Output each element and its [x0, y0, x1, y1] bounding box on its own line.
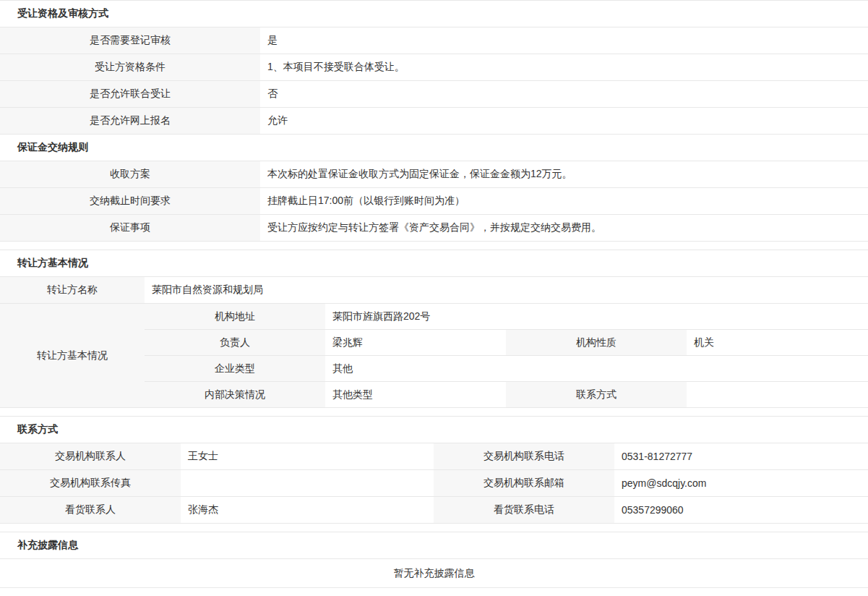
section-title-deposit-rules: 保证金交纳规则	[0, 135, 868, 161]
table-row: 看货联系人 张海杰 看货联系电话 05357299060	[0, 497, 868, 524]
inspection-contact-person-label: 看货联系人	[0, 497, 181, 524]
org-nature-label: 机构性质	[506, 330, 687, 356]
table-row: 交易机构联系人 王女士 交易机构联系电话 0531-81272777	[0, 443, 868, 470]
section-divider	[0, 408, 868, 416]
payment-deadline-value: 挂牌截止日17:00前（以银行到账时间为准）	[260, 188, 868, 215]
enterprise-type-value: 其他	[325, 356, 868, 382]
section-deposit-rules: 保证金交纳规则 收取方案 本次标的处置保证金收取方式为固定保证金，保证金金额为1…	[0, 135, 868, 242]
contact-method-value	[687, 382, 868, 408]
transferee-qualification-value: 1、本项目不接受联合体受让。	[260, 54, 868, 81]
section-title-supplementary-disclosure: 补充披露信息	[0, 532, 868, 559]
org-nature-value: 机关	[687, 330, 868, 356]
agency-contact-person-value: 王女士	[181, 443, 434, 470]
table-row: 受让方资格条件 1、本项目不接受联合体受让。	[0, 54, 868, 81]
agency-contact-fax-value	[181, 470, 434, 497]
table-row: 企业类型 其他	[145, 356, 868, 382]
section-title-transferee-qualification: 受让资格及审核方式	[0, 1, 868, 27]
person-in-charge-value: 梁兆辉	[325, 330, 506, 356]
agency-contact-email-label: 交易机构联系邮箱	[434, 470, 614, 497]
agency-contact-email-value: peym@sdcqjy.com	[614, 470, 868, 497]
section-title-contact-info: 联系方式	[0, 417, 868, 443]
section-divider	[0, 242, 868, 250]
table-row: 内部决策情况 其他类型 联系方式	[145, 382, 868, 408]
transferor-name-label: 转让方名称	[0, 277, 145, 304]
table-row: 是否需要登记审核 是	[0, 27, 868, 54]
agency-contact-phone-value: 0531-81272777	[614, 443, 868, 470]
transferor-detail-group: 转让方基本情况 机构地址 莱阳市旌旗西路202号 负责人 梁兆辉 机构性质 机关…	[0, 304, 868, 408]
table-row: 是否允许联合受让 否	[0, 81, 868, 108]
joint-transfer-allowed-label: 是否允许联合受让	[0, 81, 260, 108]
transferor-name-value: 莱阳市自然资源和规划局	[145, 277, 868, 304]
guarantee-matters-value: 受让方应按约定与转让方签署《资产交易合同》，并按规定交纳交易费用。	[260, 215, 868, 242]
internal-decision-value: 其他类型	[325, 382, 506, 408]
table-row: 交纳截止时间要求 挂牌截止日17:00前（以银行到账时间为准）	[0, 188, 868, 215]
collection-plan-value: 本次标的处置保证金收取方式为固定保证金，保证金金额为12万元。	[260, 161, 868, 188]
transferee-qualification-label: 受让方资格条件	[0, 54, 260, 81]
joint-transfer-allowed-value: 否	[260, 81, 868, 108]
transferor-group-label: 转让方基本情况	[0, 304, 145, 408]
online-registration-allowed-label: 是否允许网上报名	[0, 108, 260, 135]
person-in-charge-label: 负责人	[145, 330, 325, 356]
agency-contact-fax-label: 交易机构联系传真	[0, 470, 181, 497]
section-title-transferor-info: 转让方基本情况	[0, 250, 868, 277]
table-row: 暂无补充披露信息	[0, 559, 868, 588]
registration-review-value: 是	[260, 27, 868, 54]
inspection-contact-phone-label: 看货联系电话	[434, 497, 614, 524]
org-address-label: 机构地址	[145, 304, 325, 330]
section-transferor-info: 转让方基本情况 转让方名称 莱阳市自然资源和规划局 转让方基本情况 机构地址 莱…	[0, 250, 868, 408]
enterprise-type-label: 企业类型	[145, 356, 325, 382]
online-registration-allowed-value: 允许	[260, 108, 868, 135]
table-row: 保证事项 受让方应按约定与转让方签署《资产交易合同》，并按规定交纳交易费用。	[0, 215, 868, 242]
section-divider	[0, 524, 868, 532]
agency-contact-person-label: 交易机构联系人	[0, 443, 181, 470]
inspection-contact-phone-value: 05357299060	[614, 497, 868, 524]
table-row: 负责人 梁兆辉 机构性质 机关	[145, 330, 868, 356]
guarantee-matters-label: 保证事项	[0, 215, 260, 242]
supplement-empty-text: 暂无补充披露信息	[0, 559, 868, 588]
agency-contact-phone-label: 交易机构联系电话	[434, 443, 614, 470]
table-row: 是否允许网上报名 允许	[0, 108, 868, 135]
contact-method-label: 联系方式	[506, 382, 687, 408]
asset-listing-detail-page: 受让资格及审核方式 是否需要登记审核 是 受让方资格条件 1、本项目不接受联合体…	[0, 0, 868, 588]
org-address-value: 莱阳市旌旗西路202号	[325, 304, 868, 330]
collection-plan-label: 收取方案	[0, 161, 260, 188]
section-contact-info: 联系方式 交易机构联系人 王女士 交易机构联系电话 0531-81272777 …	[0, 416, 868, 524]
payment-deadline-label: 交纳截止时间要求	[0, 188, 260, 215]
inspection-contact-person-value: 张海杰	[181, 497, 434, 524]
section-supplementary-disclosure: 补充披露信息 暂无补充披露信息	[0, 532, 868, 588]
table-row: 交易机构联系传真 交易机构联系邮箱 peym@sdcqjy.com	[0, 470, 868, 497]
table-row: 收取方案 本次标的处置保证金收取方式为固定保证金，保证金金额为12万元。	[0, 161, 868, 188]
table-row: 转让方名称 莱阳市自然资源和规划局	[0, 277, 868, 304]
registration-review-label: 是否需要登记审核	[0, 27, 260, 54]
internal-decision-label: 内部决策情况	[145, 382, 325, 408]
section-transferee-qualification: 受让资格及审核方式 是否需要登记审核 是 受让方资格条件 1、本项目不接受联合体…	[0, 0, 868, 135]
table-row: 机构地址 莱阳市旌旗西路202号	[145, 304, 868, 330]
